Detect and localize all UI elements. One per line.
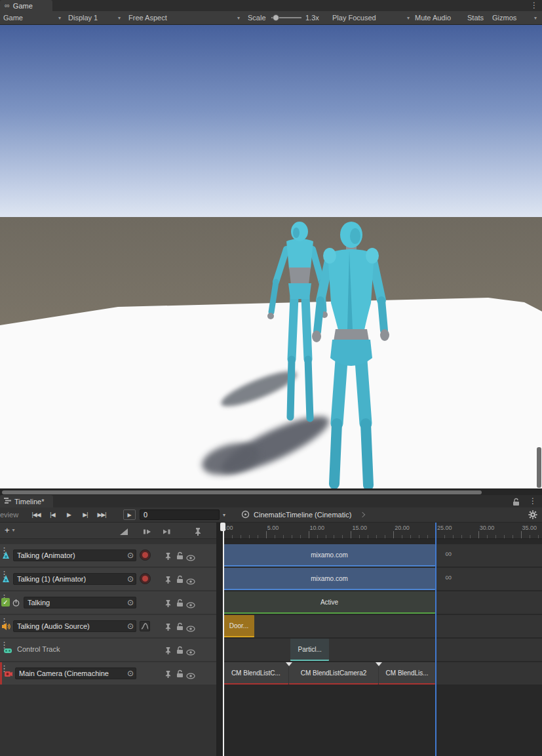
track-name: Talking (Animator): [17, 551, 75, 559]
ripple-mode-icon[interactable]: [161, 527, 171, 538]
pin-icon[interactable]: [163, 551, 172, 563]
clip-mixamo-com[interactable]: mixamo.com: [223, 568, 435, 590]
breadcrumb[interactable]: CinematicTimeline (Cinematic): [241, 509, 364, 521]
track-name-field[interactable]: Talking (Audio Source)⊙: [13, 620, 136, 632]
unity-editor-window: ∞ Game ⋮ Game ▾ Display 1 ▾ Free Aspect …: [0, 0, 542, 756]
record-button[interactable]: [140, 549, 151, 561]
eye-icon[interactable]: [186, 576, 195, 587]
chevron-down-icon: ▾: [534, 15, 537, 21]
track-header-audio[interactable]: Talking (Audio Source)⊙⋮: [0, 615, 216, 637]
next-frame-button[interactable]: ▶|: [78, 509, 92, 520]
object-picker-icon[interactable]: ⊙: [127, 669, 134, 678]
ruler-tick: [393, 531, 394, 538]
eye-icon[interactable]: [186, 623, 195, 635]
panel-menu-kebab-icon[interactable]: ⋮: [530, 1, 538, 9]
horizontal-scrollbar-thumb[interactable]: [2, 490, 482, 494]
scale-slider[interactable]: [271, 11, 301, 24]
clip-cm-blendlis[interactable]: CM BlendLis...: [379, 662, 435, 685]
timeline-ruler[interactable]: .005.0010.0015.0020.0025.0030.0035.00: [216, 523, 542, 539]
horizontal-scrollbar[interactable]: [0, 488, 542, 495]
track-name-field[interactable]: Talking (1) (Animator)⊙: [13, 573, 136, 585]
frame-counter-field[interactable]: 0: [140, 509, 220, 520]
track-lane-activation[interactable]: Active: [216, 591, 542, 614]
eye-icon[interactable]: [186, 599, 195, 611]
clip-mixamo-com[interactable]: mixamo.com: [223, 544, 435, 567]
pin-icon[interactable]: [163, 574, 172, 586]
play-focused-label: Play Focused: [332, 14, 376, 22]
render-target-dropdown[interactable]: Game ▾: [3, 11, 61, 24]
lock-icon[interactable]: [175, 645, 184, 657]
preview-button[interactable]: eview: [0, 511, 18, 519]
curves-view-icon[interactable]: [119, 527, 128, 538]
clip-curves-button[interactable]: [140, 621, 150, 631]
previous-frame-button[interactable]: |◀: [45, 509, 60, 520]
play-button[interactable]: ▶: [62, 509, 76, 520]
lock-icon[interactable]: [175, 551, 184, 563]
scale-slider-knob[interactable]: [273, 14, 279, 21]
track-header-control[interactable]: Control Track⋮: [0, 639, 216, 661]
track-name-field[interactable]: Main Camera (Cinemachine⊙: [15, 667, 136, 679]
vertical-scrollbar-thumb[interactable]: [537, 447, 541, 488]
lock-icon[interactable]: [175, 574, 184, 586]
track-header-activation[interactable]: ✓Talking⊙⋮: [0, 591, 216, 614]
eye-icon[interactable]: [186, 552, 195, 564]
settings-gear-icon[interactable]: [528, 510, 537, 522]
stats-button[interactable]: Stats: [467, 11, 484, 24]
marker-pin-icon[interactable]: [194, 527, 202, 538]
mix-mode-icon[interactable]: [143, 527, 153, 538]
lock-icon[interactable]: [175, 622, 184, 633]
clip-particl[interactable]: Particl...: [290, 639, 329, 661]
track-lane-control[interactable]: Particl...: [216, 639, 542, 661]
track-name: Talking: [28, 599, 50, 607]
display-dropdown[interactable]: Display 1 ▾: [68, 11, 121, 24]
object-picker-icon[interactable]: ⊙: [127, 598, 134, 607]
goto-end-button[interactable]: ▶▶|: [94, 509, 109, 520]
goto-start-button[interactable]: |◀◀: [29, 509, 43, 520]
eye-icon[interactable]: [186, 647, 195, 658]
tab-timeline[interactable]: Timeline*: [0, 495, 53, 507]
clip-cm-blendlistc[interactable]: CM BlendListC...: [223, 662, 288, 685]
clip-cm-blendlistcamera2[interactable]: CM BlendListCamera2: [289, 662, 378, 685]
clip-door[interactable]: Door...: [223, 615, 254, 637]
track-name-field[interactable]: Talking⊙: [24, 597, 136, 608]
lock-icon[interactable]: [175, 598, 184, 610]
aspect-ratio-dropdown[interactable]: Free Aspect ▾: [128, 11, 240, 24]
track-header-animator-2[interactable]: Talking (1) (Animator)⊙⋮: [0, 568, 216, 590]
pin-icon[interactable]: [163, 598, 172, 610]
track-header-cinemachine[interactable]: Main Camera (Cinemachine⊙⋮: [0, 662, 216, 685]
clip-active[interactable]: Active: [223, 591, 435, 614]
playhead-line[interactable]: [223, 523, 224, 756]
object-picker-icon[interactable]: ⊙: [127, 574, 134, 584]
pin-icon[interactable]: [163, 622, 172, 633]
lock-icon[interactable]: [175, 669, 184, 681]
mute-audio-button[interactable]: Mute Audio: [415, 11, 451, 24]
play-focused-dropdown[interactable]: Play Focused ▾: [332, 11, 410, 24]
ruler-tick: [495, 535, 496, 538]
playhead-handle[interactable]: [220, 523, 225, 531]
timeline-menu-kebab-icon[interactable]: ⋮: [529, 497, 537, 505]
activation-checkbox[interactable]: ✓: [1, 598, 10, 607]
gizmos-dropdown[interactable]: Gizmos ▾: [492, 11, 537, 24]
play-range-button[interactable]: ▶: [123, 509, 136, 520]
pin-icon[interactable]: [163, 645, 172, 657]
object-picker-icon[interactable]: ⊙: [127, 551, 134, 560]
track-header-animator[interactable]: Talking (Animator)⊙⋮: [0, 544, 216, 567]
eye-icon[interactable]: [186, 670, 195, 682]
game-viewport[interactable]: [0, 25, 542, 488]
object-picker-icon[interactable]: ⊙: [127, 622, 134, 631]
timeline-tabstrip: Timeline* ⋮: [0, 495, 542, 507]
tab-game[interactable]: ∞ Game: [0, 0, 52, 11]
track-lane-audio[interactable]: Door...: [216, 615, 542, 637]
track-lane-animator-2[interactable]: mixamo.com∞: [216, 568, 542, 590]
track-lane-cinemachine[interactable]: CM BlendListC...CM BlendListCamera2CM Bl…: [216, 662, 542, 685]
pin-icon[interactable]: [163, 669, 172, 681]
add-track-button[interactable]: + ▾: [5, 525, 15, 535]
track-lane-animator[interactable]: mixamo.com∞: [216, 544, 542, 567]
sky: [0, 25, 542, 218]
audio-source-icon: [1, 622, 11, 631]
record-button[interactable]: [140, 573, 151, 584]
track-name-field[interactable]: Talking (Animator)⊙: [13, 549, 136, 561]
ruler-tick: [317, 535, 318, 538]
clip-label: Door...: [223, 622, 254, 629]
frame-dropdown-arrow-icon[interactable]: ▾: [223, 512, 225, 518]
